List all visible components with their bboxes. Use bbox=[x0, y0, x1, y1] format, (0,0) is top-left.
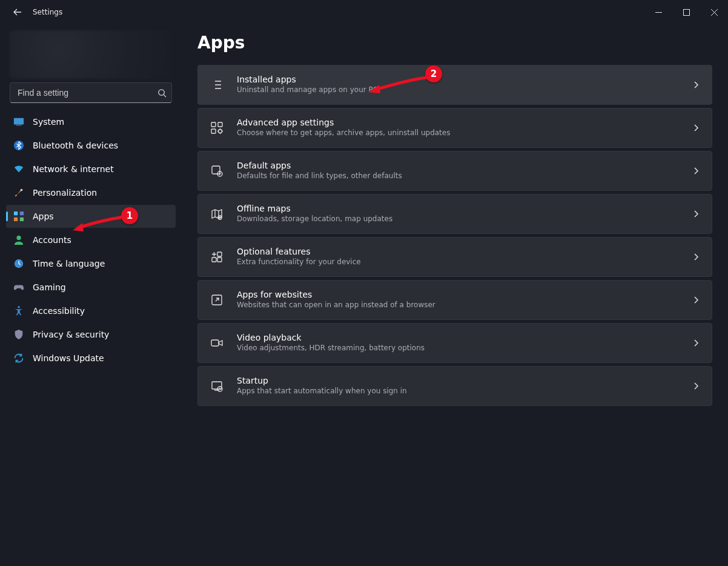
sidebar-item-label: Bluetooth & devices bbox=[33, 141, 118, 150]
card-subtitle: Uninstall and manage apps on your PC bbox=[237, 85, 679, 95]
card-default-apps[interactable]: Default apps Defaults for file and link … bbox=[197, 151, 712, 191]
back-arrow-icon bbox=[13, 7, 22, 17]
svg-rect-15 bbox=[211, 129, 216, 133]
sidebar-item-label: Apps bbox=[33, 211, 54, 221]
card-subtitle: Apps that start automatically when you s… bbox=[237, 387, 679, 396]
open-external-icon bbox=[210, 293, 223, 307]
card-title: Advanced app settings bbox=[237, 118, 679, 128]
svg-rect-7 bbox=[20, 211, 24, 215]
sidebar-item-label: Privacy & security bbox=[33, 330, 109, 339]
card-text: Startup Apps that start automatically wh… bbox=[237, 376, 679, 396]
close-icon bbox=[711, 9, 718, 16]
card-advanced-app-settings[interactable]: Advanced app settings Choose where to ge… bbox=[197, 108, 712, 148]
chevron-right-icon bbox=[692, 81, 700, 88]
svg-point-5 bbox=[21, 189, 23, 191]
card-title: Offline maps bbox=[237, 204, 679, 215]
card-text: Optional features Extra functionality fo… bbox=[237, 247, 679, 267]
card-video-playback[interactable]: Video playback Video adjustments, HDR st… bbox=[197, 323, 712, 363]
card-optional-features[interactable]: Optional features Extra functionality fo… bbox=[197, 237, 712, 277]
card-installed-apps[interactable]: Installed apps Uninstall and manage apps… bbox=[197, 65, 712, 105]
apps-icon bbox=[13, 211, 24, 222]
wifi-icon bbox=[13, 164, 24, 175]
card-offline-maps[interactable]: Offline maps Downloads, storage location… bbox=[197, 194, 712, 234]
svg-rect-3 bbox=[16, 125, 22, 125]
sidebar-item-label: Accounts bbox=[33, 235, 71, 245]
sidebar-item-gaming[interactable]: Gaming bbox=[6, 276, 176, 299]
close-button[interactable] bbox=[700, 0, 728, 24]
person-icon bbox=[13, 235, 24, 245]
add-grid-icon bbox=[210, 250, 223, 264]
sidebar-item-apps[interactable]: Apps bbox=[6, 205, 176, 228]
minimize-icon bbox=[655, 9, 662, 16]
update-icon bbox=[13, 353, 24, 364]
sidebar-item-time-language[interactable]: Time & language bbox=[6, 252, 176, 275]
card-subtitle: Downloads, storage location, map updates bbox=[237, 215, 679, 224]
svg-rect-20 bbox=[217, 252, 222, 256]
back-button[interactable] bbox=[11, 5, 24, 19]
sidebar-item-label: System bbox=[33, 117, 64, 127]
video-icon bbox=[210, 336, 223, 350]
gamepad-icon bbox=[13, 282, 24, 293]
chevron-right-icon bbox=[692, 339, 700, 347]
map-icon bbox=[210, 207, 223, 221]
clock-icon bbox=[13, 258, 24, 269]
nav-list: System Bluetooth & devices Network & int… bbox=[4, 110, 178, 370]
profile-card[interactable] bbox=[10, 30, 172, 79]
card-title: Installed apps bbox=[237, 75, 679, 85]
card-text: Advanced app settings Choose where to ge… bbox=[237, 118, 679, 138]
sidebar-item-label: Windows Update bbox=[33, 353, 104, 363]
svg-rect-0 bbox=[683, 9, 689, 15]
sidebar-item-network[interactable]: Network & internet bbox=[6, 158, 176, 181]
card-text: Default apps Defaults for file and link … bbox=[237, 161, 679, 181]
search-input[interactable] bbox=[16, 87, 157, 98]
search-icon bbox=[157, 88, 167, 98]
svg-rect-14 bbox=[218, 122, 222, 127]
default-apps-icon bbox=[210, 164, 223, 178]
card-title: Default apps bbox=[237, 161, 679, 171]
sidebar-item-bluetooth[interactable]: Bluetooth & devices bbox=[6, 134, 176, 157]
accessibility-icon bbox=[13, 305, 24, 316]
grid-gear-icon bbox=[210, 121, 223, 135]
svg-rect-9 bbox=[20, 218, 24, 221]
sidebar-item-accessibility[interactable]: Accessibility bbox=[6, 299, 176, 322]
sidebar-item-label: Time & language bbox=[33, 259, 105, 268]
sidebar-item-windows-update[interactable]: Windows Update bbox=[6, 347, 176, 370]
window-controls bbox=[644, 0, 728, 24]
svg-rect-6 bbox=[14, 211, 18, 215]
svg-rect-13 bbox=[211, 122, 216, 127]
maximize-button[interactable] bbox=[672, 0, 700, 24]
sidebar-item-system[interactable]: System bbox=[6, 110, 176, 133]
card-apps-for-websites[interactable]: Apps for websites Websites that can open… bbox=[197, 280, 712, 320]
list-icon bbox=[210, 78, 223, 92]
chevron-right-icon bbox=[692, 253, 700, 261]
window-title: Settings bbox=[33, 8, 62, 16]
card-text: Installed apps Uninstall and manage apps… bbox=[237, 75, 679, 95]
svg-rect-2 bbox=[14, 118, 24, 125]
sidebar-item-label: Accessibility bbox=[33, 306, 85, 316]
card-startup[interactable]: Startup Apps that start automatically wh… bbox=[197, 366, 712, 406]
card-title: Startup bbox=[237, 376, 679, 387]
search-box[interactable] bbox=[10, 82, 172, 103]
card-title: Video playback bbox=[237, 333, 679, 344]
shield-icon bbox=[13, 329, 24, 340]
card-subtitle: Extra functionality for your device bbox=[237, 258, 679, 267]
chevron-right-icon bbox=[692, 210, 700, 218]
titlebar: Settings bbox=[0, 0, 728, 24]
card-text: Apps for websites Websites that can open… bbox=[237, 290, 679, 310]
sidebar-item-privacy[interactable]: Privacy & security bbox=[6, 323, 176, 346]
svg-rect-17 bbox=[212, 166, 220, 174]
svg-point-10 bbox=[16, 236, 21, 240]
maximize-icon bbox=[683, 9, 690, 16]
svg-rect-24 bbox=[211, 340, 219, 346]
chevron-right-icon bbox=[692, 296, 700, 304]
sidebar-item-accounts[interactable]: Accounts bbox=[6, 228, 176, 251]
svg-rect-8 bbox=[14, 218, 18, 221]
page-title: Apps bbox=[197, 33, 712, 53]
display-icon bbox=[13, 116, 24, 127]
minimize-button[interactable] bbox=[644, 0, 672, 24]
chevron-right-icon bbox=[692, 382, 700, 390]
card-text: Video playback Video adjustments, HDR st… bbox=[237, 333, 679, 353]
sidebar: System Bluetooth & devices Network & int… bbox=[0, 24, 182, 566]
sidebar-item-personalization[interactable]: Personalization bbox=[6, 181, 176, 204]
main-content: Apps Installed apps Uninstall and manage… bbox=[182, 24, 728, 566]
